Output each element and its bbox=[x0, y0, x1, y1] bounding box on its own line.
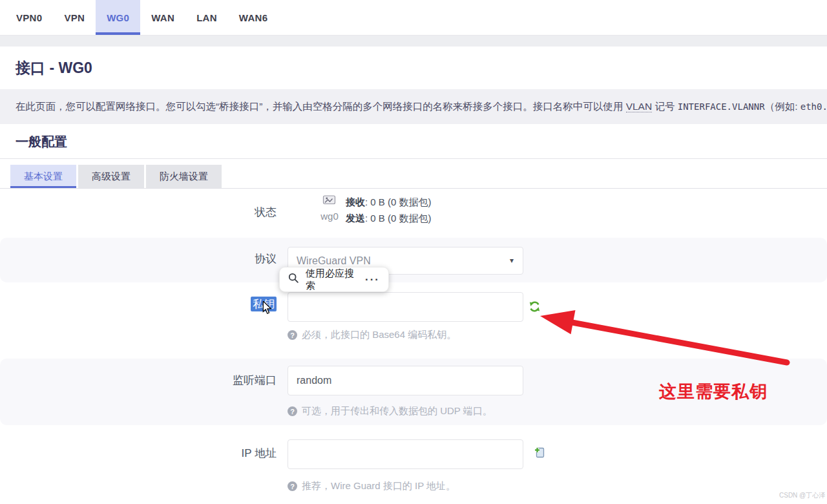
tab-lan[interactable]: LAN bbox=[185, 0, 228, 35]
section-header: 一般配置 bbox=[0, 124, 827, 159]
tab-wg0[interactable]: WG0 bbox=[96, 0, 140, 35]
add-entry-icon[interactable] bbox=[534, 446, 545, 461]
private-key-label: 私钥 bbox=[0, 297, 277, 311]
status-label: 状态 bbox=[0, 205, 277, 220]
description-text: （例如: bbox=[765, 101, 801, 112]
interface-tabbar: VPN0 VPN WG0 WAN LAN WAN6 bbox=[0, 0, 827, 36]
description-code: INTERFACE.VLANNR bbox=[678, 101, 765, 112]
form-row-status: 状态 wg0 接收: 0 B (0 数据包) 发送: 0 B (0 数据包) bbox=[0, 189, 827, 238]
tab-vpn[interactable]: VPN bbox=[53, 0, 96, 35]
rx-label: 接收 bbox=[346, 196, 365, 207]
listen-port-input[interactable] bbox=[288, 366, 523, 395]
title-card: 接口 - WG0 bbox=[0, 47, 827, 89]
tx-value: : 0 B (0 数据包) bbox=[365, 213, 432, 224]
form-row-protocol: 协议 WireGuard VPN ▾ bbox=[0, 238, 827, 282]
device-name: wg0 bbox=[320, 211, 339, 222]
form-row-private-key: 私钥 ? 必须，此接口的 Base64 编码私钥。 bbox=[0, 282, 827, 359]
help-icon: ? bbox=[288, 406, 297, 416]
listen-port-label: 监听端口 bbox=[0, 373, 277, 388]
subtab-firewall-settings[interactable]: 防火墙设置 bbox=[146, 165, 222, 188]
private-key-input[interactable] bbox=[288, 292, 523, 322]
status-block: wg0 接收: 0 B (0 数据包) 发送: 0 B (0 数据包) bbox=[319, 194, 432, 226]
generate-key-icon[interactable] bbox=[529, 300, 541, 315]
ip-address-label: IP 地址 bbox=[0, 446, 277, 461]
description-code: eth0.1 bbox=[801, 101, 827, 112]
mouse-cursor bbox=[262, 301, 272, 317]
selection-search-popup: 使用必应搜索 ··· bbox=[279, 267, 389, 292]
help-text: 必须，此接口的 Base64 编码私钥。 bbox=[302, 329, 456, 341]
page-gap bbox=[0, 36, 827, 47]
search-icon[interactable] bbox=[288, 273, 299, 286]
help-icon: ? bbox=[288, 330, 297, 340]
vlan-abbr: VLAN bbox=[626, 101, 653, 112]
search-with-bing-item[interactable]: 使用必应搜索 bbox=[306, 268, 359, 292]
tab-wan[interactable]: WAN bbox=[140, 0, 185, 35]
protocol-label: 协议 bbox=[0, 251, 277, 266]
watermark: CSDN @丁心泽 bbox=[779, 491, 825, 500]
ip-address-help: ? 推荐，Wire Guard 接口的 IP 地址。 bbox=[288, 480, 455, 492]
chevron-down-icon: ▾ bbox=[510, 247, 514, 274]
form-row-ip-address: IP 地址 ? 推荐，Wire Guard 接口的 IP 地址。 bbox=[0, 425, 827, 504]
rx-value: : 0 B (0 数据包) bbox=[365, 196, 432, 207]
ip-address-input[interactable] bbox=[288, 439, 523, 469]
listen-port-help: ? 可选，用于传出和传入数据包的 UDP 端口。 bbox=[288, 405, 492, 417]
private-key-help: ? 必须，此接口的 Base64 编码私钥。 bbox=[288, 329, 456, 341]
subtab-basic-settings[interactable]: 基本设置 bbox=[10, 165, 76, 188]
help-text: 推荐，Wire Guard 接口的 IP 地址。 bbox=[302, 480, 455, 492]
page-description: 在此页面，您可以配置网络接口。您可以勾选“桥接接口”，并输入由空格分隔的多个网络… bbox=[0, 89, 827, 124]
tx-label: 发送 bbox=[346, 213, 365, 224]
annotation-text: 这里需要私钥 bbox=[659, 380, 768, 403]
tx-line: 发送: 0 B (0 数据包) bbox=[346, 210, 432, 226]
description-text: 在此页面，您可以配置网络接口。您可以勾选“桥接接口”，并输入由空格分隔的多个网络… bbox=[16, 101, 626, 112]
page-title: 接口 - WG0 bbox=[0, 47, 827, 89]
subtab-advanced-settings[interactable]: 高级设置 bbox=[78, 165, 144, 188]
settings-subtabs: 基本设置 高级设置 防火墙设置 bbox=[0, 159, 827, 189]
help-icon: ? bbox=[288, 481, 297, 491]
more-options-icon[interactable]: ··· bbox=[365, 277, 380, 283]
tab-wan6[interactable]: WAN6 bbox=[228, 0, 279, 35]
description-text: 记号 bbox=[652, 101, 678, 112]
rx-line: 接收: 0 B (0 数据包) bbox=[346, 194, 432, 210]
tunnel-icon bbox=[322, 194, 337, 208]
section-title: 一般配置 bbox=[0, 124, 827, 159]
help-text: 可选，用于传出和传入数据包的 UDP 端口。 bbox=[302, 405, 492, 417]
tab-vpn0[interactable]: VPN0 bbox=[5, 0, 53, 35]
